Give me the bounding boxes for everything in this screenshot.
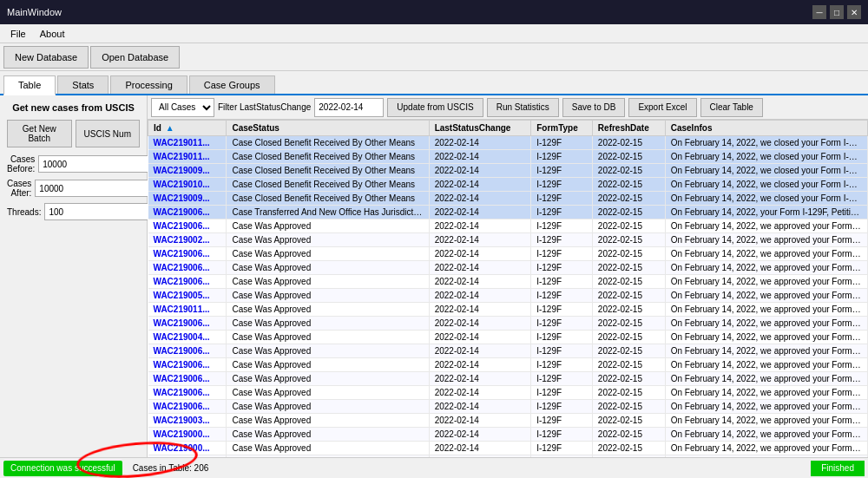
top-toolbar: New Database Open Database — [0, 43, 868, 71]
table-cell: On February 14, 2022, we approved your F… — [665, 372, 867, 386]
table-cell: WAC219006... — [148, 344, 227, 358]
table-row[interactable]: WAC219000...Case Was Approved2022-02-14I… — [148, 428, 868, 442]
table-cell: Case Was Approved — [227, 275, 429, 289]
menu-about[interactable]: About — [33, 27, 72, 41]
table-cell: 2022-02-14 — [429, 414, 531, 428]
tab-stats[interactable]: Stats — [57, 75, 108, 94]
col-case-status[interactable]: CaseStatus — [227, 121, 429, 136]
table-cell: Case Was Approved — [227, 317, 429, 331]
left-panel-title: Get new cases from USCIS — [7, 102, 140, 113]
col-form-type[interactable]: FormType — [531, 121, 593, 136]
table-cell: Case Was Approved — [227, 247, 429, 261]
close-button[interactable]: ✕ — [847, 5, 861, 19]
table-row[interactable]: WAC219006...Case Was Approved2022-02-14I… — [148, 219, 868, 233]
table-cell: 2022-02-14 — [429, 136, 531, 150]
table-cell: I-129F — [531, 289, 593, 303]
clear-table-button[interactable]: Clear Table — [700, 98, 763, 117]
tab-processing[interactable]: Processing — [110, 75, 187, 94]
table-cell: On February 14, 2022, we approved your F… — [665, 247, 867, 261]
table-cell: Case Closed Benefit Received By Other Me… — [227, 192, 429, 206]
table-cell: 2022-02-15 — [592, 233, 665, 247]
col-last-status-change[interactable]: LastStatusChange — [429, 121, 531, 136]
table-cell: On February 14, 2022, we approved your F… — [665, 317, 867, 331]
col-case-infos[interactable]: CaseInfos — [665, 121, 867, 136]
col-id[interactable]: Id ▲ — [148, 121, 227, 136]
threads-input[interactable] — [44, 203, 163, 220]
table-cell: WAC219009... — [148, 164, 227, 178]
case-filter-select[interactable]: All Cases — [151, 98, 214, 117]
uscis-num-button[interactable]: USCIS Num — [76, 120, 141, 147]
table-cell: On February 14, 2022, we approved your F… — [665, 442, 867, 455]
table-cell: 2022-02-14 — [429, 261, 531, 275]
table-row[interactable]: WAC219011...Case Was Approved2022-02-14I… — [148, 303, 868, 317]
table-container[interactable]: Id ▲ CaseStatus LastStatusChange FormTyp… — [148, 120, 868, 457]
table-cell: On February 14, 2022, we approved your F… — [665, 219, 867, 233]
export-excel-button[interactable]: Export Excel — [628, 98, 696, 117]
table-row[interactable]: WAC219011...Case Closed Benefit Received… — [148, 150, 868, 164]
menu-file[interactable]: File — [3, 27, 33, 41]
table-row[interactable]: WAC219006...Case Was Approved2022-02-14I… — [148, 344, 868, 358]
table-cell: 2022-02-15 — [592, 331, 665, 344]
table-row[interactable]: WAC219011...Case Closed Benefit Received… — [148, 136, 868, 150]
tab-case-groups[interactable]: Case Groups — [189, 75, 275, 94]
cases-after-input[interactable] — [35, 180, 154, 197]
table-cell: Case Was Approved — [227, 289, 429, 303]
action-bar: All Cases Filter LastStatusChange Update… — [148, 95, 868, 120]
table-cell: 2022-02-14 — [429, 442, 531, 455]
table-row[interactable]: WAC219006...Case Was Approved2022-02-14I… — [148, 275, 868, 289]
table-cell: Case Was Approved — [227, 219, 429, 233]
table-cell: 2022-02-14 — [429, 358, 531, 372]
table-cell: Case Was Approved — [227, 386, 429, 400]
table-cell: Case Was Approved — [227, 455, 429, 458]
table-row[interactable]: WAC219006...Case Transferred And New Off… — [148, 206, 868, 219]
table-cell: On February 14, 2022, we closed your For… — [665, 192, 867, 206]
table-cell: I-129F — [531, 372, 593, 386]
table-row[interactable]: WAC219005...Case Was Approved2022-02-14I… — [148, 289, 868, 303]
table-cell: 2022-02-14 — [429, 178, 531, 192]
col-refresh-date[interactable]: RefreshDate — [592, 121, 665, 136]
table-cell: WAC219006... — [148, 400, 227, 414]
table-row[interactable]: WAC219006...Case Was Approved2022-02-14I… — [148, 372, 868, 386]
run-statistics-button[interactable]: Run Statistics — [487, 98, 559, 117]
table-cell: On February 14, 2022, we approved your F… — [665, 344, 867, 358]
table-row[interactable]: WAC219003...Case Was Approved2022-02-14I… — [148, 414, 868, 428]
table-cell: 2022-02-14 — [429, 233, 531, 247]
table-row[interactable]: WAC219006...Case Was Approved2022-02-14I… — [148, 386, 868, 400]
table-row[interactable]: WAC219006...Case Was Approved2022-02-14I… — [148, 317, 868, 331]
table-row[interactable]: WAC219009...Case Closed Benefit Received… — [148, 164, 868, 178]
table-row[interactable]: WAC219000...Case Was Approved2022-02-14I… — [148, 442, 868, 455]
filter-date-input[interactable] — [314, 98, 384, 117]
open-database-button[interactable]: Open Database — [90, 46, 180, 69]
table-row[interactable]: WAC219006...Case Was Approved2022-02-14I… — [148, 400, 868, 414]
tab-table[interactable]: Table — [3, 75, 56, 95]
minimize-button[interactable]: ─ — [812, 5, 826, 19]
table-row[interactable]: WAC219005...Case Was Approved2022-02-14I… — [148, 455, 868, 458]
update-from-uscis-button[interactable]: Update from USCIS — [387, 98, 483, 117]
table-cell: WAC219002... — [148, 233, 227, 247]
cases-before-input[interactable] — [38, 155, 157, 173]
table-cell: I-129F — [531, 136, 593, 150]
table-row[interactable]: WAC219004...Case Was Approved2022-02-14I… — [148, 331, 868, 344]
table-row[interactable]: WAC219006...Case Was Approved2022-02-14I… — [148, 261, 868, 275]
table-cell: 2022-02-15 — [592, 358, 665, 372]
table-cell: I-129F — [531, 261, 593, 275]
table-cell: WAC219006... — [148, 275, 227, 289]
maximize-button[interactable]: □ — [830, 5, 844, 19]
table-row[interactable]: WAC219002...Case Was Approved2022-02-14I… — [148, 233, 868, 247]
table-cell: WAC219006... — [148, 372, 227, 386]
save-to-db-button[interactable]: Save to DB — [562, 98, 626, 117]
table-cell: Case Was Approved — [227, 303, 429, 317]
table-row[interactable]: WAC219006...Case Was Approved2022-02-14I… — [148, 358, 868, 372]
table-cell: On February 14, 2022, we approved your F… — [665, 261, 867, 275]
table-cell: On February 14, 2022, we closed your For… — [665, 136, 867, 150]
batch-buttons: Get New Batch USCIS Num — [7, 120, 140, 147]
table-cell: 2022-02-14 — [429, 317, 531, 331]
new-database-button[interactable]: New Database — [3, 46, 89, 69]
table-row[interactable]: WAC219009...Case Closed Benefit Received… — [148, 192, 868, 206]
table-cell: WAC219006... — [148, 386, 227, 400]
table-row[interactable]: WAC219006...Case Was Approved2022-02-14I… — [148, 247, 868, 261]
table-row[interactable]: WAC219010...Case Closed Benefit Received… — [148, 178, 868, 192]
cases-after-label: Cases After: — [7, 179, 31, 198]
table-cell: I-129F — [531, 275, 593, 289]
get-new-batch-button[interactable]: Get New Batch — [7, 120, 72, 147]
